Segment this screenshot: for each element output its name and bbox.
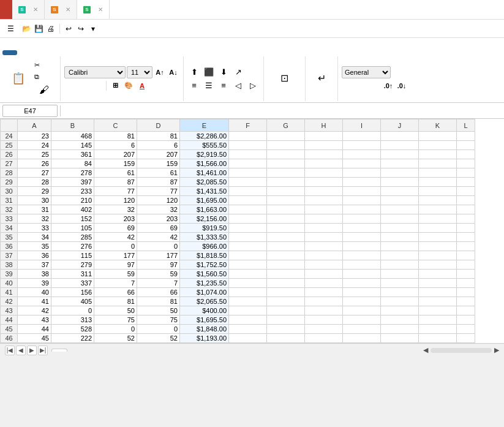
shrink-font-button[interactable]: A↓: [167, 66, 179, 78]
cell-l[interactable]: [457, 233, 475, 242]
cell-c[interactable]: 61: [94, 168, 137, 178]
cell-empty[interactable]: [419, 141, 457, 150]
cell-empty[interactable]: [343, 159, 381, 168]
cell-empty[interactable]: [267, 297, 305, 306]
cell-empty[interactable]: [343, 233, 381, 242]
cell-b[interactable]: 105: [51, 224, 94, 233]
cell-b[interactable]: 311: [51, 270, 94, 279]
cell-a[interactable]: 34: [18, 233, 51, 242]
cell-e[interactable]: $1,333.50: [180, 233, 229, 242]
cell-a[interactable]: 33: [18, 224, 51, 233]
cell-empty[interactable]: [305, 279, 343, 288]
cell-e[interactable]: $1,560.50: [180, 270, 229, 279]
menu-item-menu[interactable]: ☰: [2, 23, 19, 35]
cell-empty[interactable]: [305, 233, 343, 242]
cell-e[interactable]: $1,663.00: [180, 205, 229, 214]
cell-empty[interactable]: [267, 306, 305, 316]
cell-empty[interactable]: [267, 251, 305, 260]
cell-a[interactable]: 39: [18, 279, 51, 288]
cell-empty[interactable]: [419, 196, 457, 205]
cell-l[interactable]: [457, 196, 475, 205]
save-icon[interactable]: 💾: [34, 24, 43, 34]
cell-a[interactable]: 30: [18, 196, 51, 205]
cell-empty[interactable]: [267, 316, 305, 325]
cell-b[interactable]: 402: [51, 205, 94, 214]
cell-d[interactable]: 207: [137, 150, 180, 159]
row-header[interactable]: 28: [1, 168, 18, 178]
tab-home[interactable]: [2, 50, 17, 55]
cell-l[interactable]: [457, 224, 475, 233]
cell-empty[interactable]: [343, 150, 381, 159]
cell-empty[interactable]: [267, 288, 305, 297]
wps-logo[interactable]: [0, 0, 12, 19]
cell-empty[interactable]: [419, 224, 457, 233]
cell-b[interactable]: 222: [51, 334, 94, 343]
cell-empty[interactable]: [343, 178, 381, 187]
cell-c[interactable]: 6: [94, 141, 137, 150]
cell-a[interactable]: 24: [18, 141, 51, 150]
cell-empty[interactable]: [229, 251, 267, 260]
cell-empty[interactable]: [343, 132, 381, 141]
cell-b[interactable]: 285: [51, 233, 94, 242]
cell-empty[interactable]: [343, 214, 381, 224]
cell-empty[interactable]: [267, 260, 305, 270]
cell-l[interactable]: [457, 178, 475, 187]
cell-a[interactable]: 29: [18, 187, 51, 196]
cell-c[interactable]: 97: [94, 260, 137, 270]
row-header[interactable]: 32: [1, 205, 18, 214]
row-header[interactable]: 38: [1, 260, 18, 270]
col-header-j[interactable]: J: [381, 119, 419, 132]
cell-a[interactable]: 44: [18, 325, 51, 334]
cell-empty[interactable]: [229, 178, 267, 187]
row-header[interactable]: 44: [1, 316, 18, 325]
formula-input[interactable]: [70, 105, 502, 117]
cell-d[interactable]: 0: [137, 325, 180, 334]
cell-empty[interactable]: [305, 325, 343, 334]
cell-l[interactable]: [457, 260, 475, 270]
cell-empty[interactable]: [419, 187, 457, 196]
cell-empty[interactable]: [381, 270, 419, 279]
cell-d[interactable]: 81: [137, 297, 180, 306]
cell-c[interactable]: 7: [94, 279, 137, 288]
cell-b[interactable]: 313: [51, 316, 94, 325]
tab-candy[interactable]: S ✕: [45, 0, 77, 19]
cell-empty[interactable]: [229, 187, 267, 196]
col-header-g[interactable]: G: [267, 119, 305, 132]
cell-b[interactable]: 468: [51, 132, 94, 141]
cell-b[interactable]: 210: [51, 196, 94, 205]
cell-c[interactable]: 52: [94, 334, 137, 343]
cell-empty[interactable]: [229, 214, 267, 224]
cell-empty[interactable]: [267, 196, 305, 205]
cell-l[interactable]: [457, 334, 475, 343]
cell-b[interactable]: 276: [51, 242, 94, 251]
tab-review[interactable]: [76, 50, 91, 55]
cell-empty[interactable]: [305, 132, 343, 141]
cell-empty[interactable]: [419, 260, 457, 270]
cell-empty[interactable]: [419, 132, 457, 141]
nav-first[interactable]: |◀: [5, 346, 15, 355]
font-color-button[interactable]: A: [136, 80, 148, 92]
bold-button[interactable]: [64, 80, 77, 92]
cell-empty[interactable]: [305, 270, 343, 279]
cell-l[interactable]: [457, 316, 475, 325]
print-icon[interactable]: 🖨: [46, 24, 56, 34]
col-header-d[interactable]: D: [137, 119, 180, 132]
cell-empty[interactable]: [267, 233, 305, 242]
cell-l[interactable]: [457, 132, 475, 141]
row-header[interactable]: 30: [1, 187, 18, 196]
cell-empty[interactable]: [267, 334, 305, 343]
italic-button[interactable]: [78, 80, 90, 92]
add-sheet-button[interactable]: [67, 349, 77, 352]
cell-empty[interactable]: [381, 306, 419, 316]
cell-a[interactable]: 41: [18, 297, 51, 306]
cell-e[interactable]: $400.00: [180, 306, 229, 316]
cell-b[interactable]: 145: [51, 141, 94, 150]
cell-a[interactable]: 28: [18, 178, 51, 187]
cell-empty[interactable]: [381, 168, 419, 178]
cell-d[interactable]: 32: [137, 205, 180, 214]
cell-l[interactable]: [457, 306, 475, 316]
cell-b[interactable]: 233: [51, 187, 94, 196]
merge-center-button[interactable]: ⊡: [268, 71, 301, 86]
cell-d[interactable]: 177: [137, 251, 180, 260]
cell-empty[interactable]: [381, 251, 419, 260]
